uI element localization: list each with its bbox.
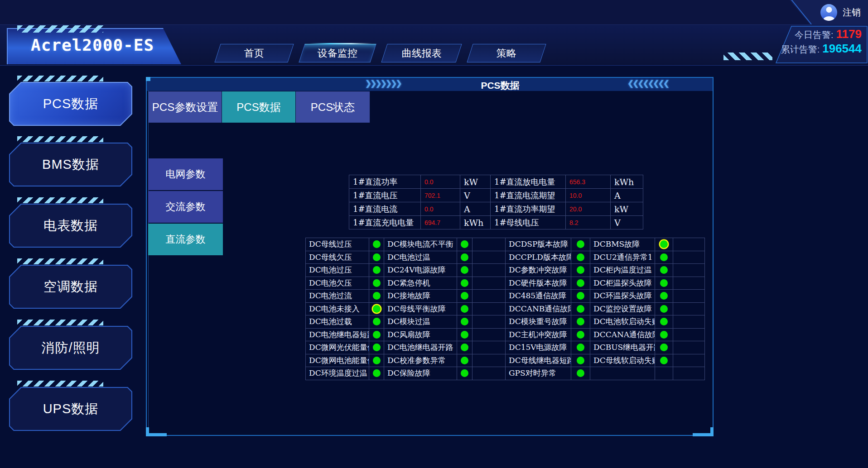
status-indicator-icon [577, 344, 584, 351]
status-indicator-icon [373, 266, 381, 274]
status-label: DC电池软启动失败 [590, 315, 655, 329]
hazard-stripes-icon [17, 258, 103, 264]
status-dot-cell [655, 290, 673, 303]
sidebar: PCS数据 BMS数据 电表数据 空调数据 消防/照明 UPS数据 [9, 75, 132, 441]
status-spacer-cell [473, 238, 506, 251]
status-indicator-icon [577, 305, 584, 313]
status-dot-cell [655, 251, 673, 264]
values-cell-unit: kWh [460, 216, 491, 229]
panel-corner-accent [710, 427, 714, 436]
status-indicator-icon [660, 357, 668, 364]
status-indicator-icon [461, 331, 468, 339]
values-cell-value: 20.0 [566, 202, 611, 216]
status-label: GPS对时异常 [506, 367, 571, 380]
values-cell-label: 1#直流电压 [349, 189, 421, 202]
status-dot-cell [655, 341, 673, 354]
status-label: DCBUS继电器开路 [590, 341, 655, 354]
status-label: DC校准参数异常 [384, 354, 457, 368]
status-label: DC电池过压 [306, 264, 369, 277]
sidebar-item-label: BMS数据 [42, 156, 99, 174]
sidebar-item-pcs[interactable]: PCS数据 [9, 82, 132, 126]
sidebar-item-meter[interactable]: 电表数据 [9, 204, 132, 248]
status-dot-cell [369, 367, 384, 380]
status-label: DC柜内温度过温 [590, 264, 655, 277]
values-cell-unit: A [611, 189, 643, 202]
status-spacer-cell [673, 277, 705, 290]
panel-title: PCS数据 [464, 79, 536, 92]
values-cell-value: 0.0 [421, 202, 460, 216]
logout-button[interactable]: 注销 [843, 6, 861, 19]
nav-tab-home[interactable]: 首页 [214, 44, 294, 62]
submenu-grid-params[interactable]: 电网参数 [148, 158, 223, 190]
status-label: DC微网电池能量低 [306, 354, 369, 368]
status-dot-cell [457, 341, 473, 354]
sidebar-item-hvac[interactable]: 空调数据 [9, 265, 132, 309]
status-indicator-icon [577, 357, 584, 364]
status-indicator-icon [577, 266, 584, 274]
status-label: DC电池欠压 [306, 277, 369, 290]
status-indicator-icon [660, 331, 668, 339]
submenu-dc-params[interactable]: 直流参数 [148, 224, 223, 255]
panel-title-bar: ❯❯❯❯❯❯❯ PCS数据 ❮❮❮❮❮❮❮❮ [147, 78, 713, 91]
nav-tab-strategy[interactable]: 策略 [467, 44, 546, 62]
nav-tab-label: 设备监控 [318, 47, 357, 60]
status-dot-cell [571, 367, 590, 380]
status-dot-cell [457, 303, 473, 316]
hazard-stripes-icon [17, 320, 103, 325]
status-label: DC环境温度过温 [306, 367, 369, 380]
nav-tab-curve-report[interactable]: 曲线报表 [381, 44, 462, 62]
status-label: DC模块过温 [384, 315, 457, 329]
status-label: DCCANB通信故障 [506, 303, 571, 316]
status-spacer-cell [673, 238, 705, 251]
values-cell-unit: kWh [611, 175, 643, 189]
sidebar-item-bms[interactable]: BMS数据 [9, 143, 132, 186]
status-indicator-icon [373, 369, 381, 377]
status-spacer-cell [673, 251, 705, 264]
status-dot-cell [457, 238, 473, 251]
nav-tab-device-monitor[interactable]: 设备监控 [299, 44, 376, 62]
status-indicator-icon [461, 357, 468, 364]
status-dot-cell [655, 264, 673, 277]
tab-pcs-status[interactable]: PCS状态 [296, 91, 370, 123]
status-indicator-icon [577, 318, 584, 325]
status-indicator-icon [461, 369, 468, 377]
status-spacer-cell [473, 315, 506, 329]
user-avatar-icon[interactable] [820, 4, 837, 21]
submenu-ac-params[interactable]: 交流参数 [148, 191, 223, 223]
tab-label: PCS参数设置 [152, 100, 218, 115]
status-spacer-cell [673, 329, 705, 342]
status-dot-cell [369, 329, 384, 342]
status-label [590, 367, 655, 380]
sidebar-item-fire-lighting[interactable]: 消防/照明 [9, 326, 132, 370]
status-indicator-icon [577, 279, 584, 287]
status-label: DC风扇故障 [384, 329, 457, 342]
status-indicator-icon [373, 331, 381, 339]
status-dot-cell [571, 329, 590, 342]
sidebar-item-label: PCS数据 [43, 95, 99, 113]
status-indicator-icon [461, 253, 468, 261]
status-dot-cell [369, 238, 384, 251]
hazard-stripes-icon [17, 197, 103, 203]
status-dot-cell [571, 341, 590, 354]
values-cell-unit: V [460, 189, 491, 202]
status-indicator-icon [660, 305, 668, 313]
status-indicator-icon [373, 240, 381, 248]
status-indicator-icon [577, 331, 584, 339]
status-label: DC模块电流不平衡 [384, 238, 457, 251]
tab-pcs-param-settings[interactable]: PCS参数设置 [149, 91, 222, 123]
header-bar: Acrel2000-ES 首页 设备监控 曲线报表 策略 今日告警:1179 累… [0, 25, 868, 66]
values-cell-value: 8.2 [566, 216, 611, 229]
status-indicator-icon [373, 344, 381, 351]
status-indicator-icon [660, 344, 668, 351]
status-dot-cell [457, 277, 473, 290]
status-indicator-icon [373, 305, 381, 313]
status-label: DCBMS故障 [590, 238, 655, 251]
chevrons-left-icon: ❮❮❮❮❮❮❮❮ [627, 79, 668, 88]
sidebar-item-ups[interactable]: UPS数据 [9, 387, 132, 431]
status-spacer-cell [673, 264, 705, 277]
status-label: DC24V电源故障 [384, 264, 457, 277]
nav-tab-label: 策略 [497, 47, 516, 60]
tab-pcs-data[interactable]: PCS数据 [222, 91, 296, 123]
status-dot-cell [571, 238, 590, 251]
status-indicator-icon [461, 240, 468, 248]
